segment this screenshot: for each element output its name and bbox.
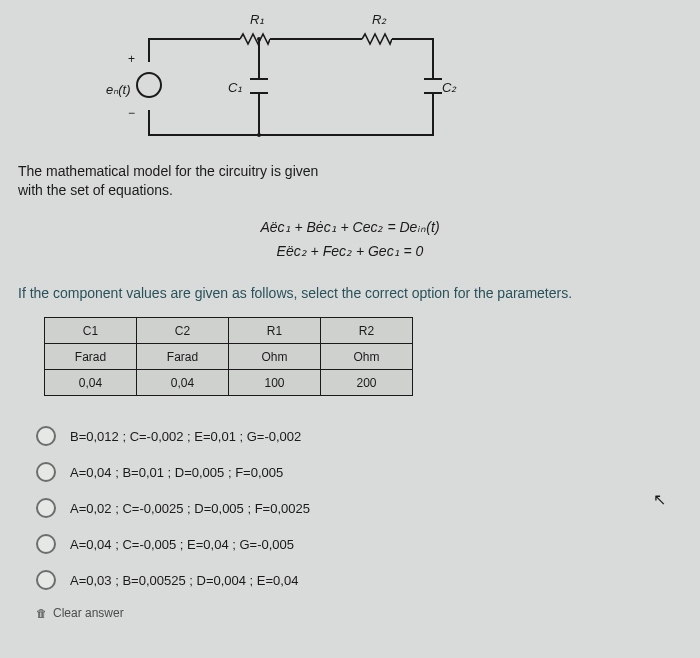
resistor-r1 — [240, 32, 270, 46]
radio-icon[interactable] — [36, 462, 56, 482]
radio-icon[interactable] — [36, 570, 56, 590]
radio-icon[interactable] — [36, 426, 56, 446]
circuit-diagram: eₙ(t) + − R₁ R₂ C₁ C₂ — [18, 14, 438, 144]
table-row: 0,04 0,04 100 200 — [45, 370, 413, 396]
voltage-source: + − — [136, 62, 162, 110]
option-label: A=0,04 ; C=-0,005 ; E=0,04 ; G=-0,005 — [70, 537, 294, 552]
capacitor-c2 — [424, 78, 442, 80]
option-label: B=0,012 ; C=-0,002 ; E=0,01 ; G=-0,002 — [70, 429, 301, 444]
option-5[interactable]: A=0,03 ; B=0,00525 ; D=0,004 ; E=0,04 — [36, 570, 682, 590]
option-1[interactable]: B=0,012 ; C=-0,002 ; E=0,01 ; G=-0,002 — [36, 426, 682, 446]
resistor-r2 — [362, 32, 392, 46]
equations: Aëc₁ + Bėc₁ + Cec₂ = Deᵢₙ(t) Eëc₂ + Fec₂… — [18, 216, 682, 264]
radio-icon[interactable] — [36, 534, 56, 554]
model-intro: The mathematical model for the circuitry… — [18, 162, 682, 200]
option-2[interactable]: A=0,04 ; B=0,01 ; D=0,005 ; F=0,005 — [36, 462, 682, 482]
table-row: Farad Farad Ohm Ohm — [45, 344, 413, 370]
cursor-icon: ↖ — [653, 490, 666, 509]
parameter-table: C1 C2 R1 R2 Farad Farad Ohm Ohm 0,04 0,0… — [44, 317, 413, 396]
label-c1: C₁ — [228, 80, 242, 95]
option-4[interactable]: A=0,04 ; C=-0,005 ; E=0,04 ; G=-0,005 — [36, 534, 682, 554]
radio-icon[interactable] — [36, 498, 56, 518]
table-row: C1 C2 R1 R2 — [45, 318, 413, 344]
option-label: A=0,04 ; B=0,01 ; D=0,005 ; F=0,005 — [70, 465, 283, 480]
capacitor-c1 — [250, 78, 268, 80]
clear-answer-button[interactable]: 🗑 Clear answer — [36, 606, 682, 620]
label-r2: R₂ — [372, 12, 386, 27]
option-label: A=0,03 ; B=0,00525 ; D=0,004 ; E=0,04 — [70, 573, 298, 588]
source-label: eₙ(t) — [106, 82, 131, 97]
instruction: If the component values are given as fol… — [18, 285, 682, 301]
option-3[interactable]: A=0,02 ; C=-0,0025 ; D=0,005 ; F=0,0025 — [36, 498, 682, 518]
option-label: A=0,02 ; C=-0,0025 ; D=0,005 ; F=0,0025 — [70, 501, 310, 516]
label-c2: C₂ — [442, 80, 456, 95]
label-r1: R₁ — [250, 12, 264, 27]
trash-icon: 🗑 — [36, 607, 47, 619]
